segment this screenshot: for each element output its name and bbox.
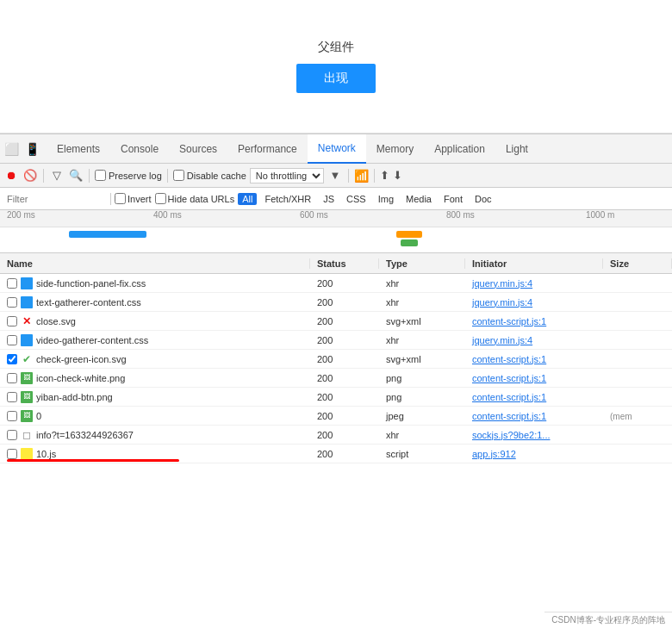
timeline-bar-1 bbox=[69, 231, 146, 238]
cell-initiator[interactable]: jquery.min.js:4 bbox=[465, 297, 603, 308]
tab-network[interactable]: Network bbox=[308, 134, 366, 164]
table-row[interactable]: ✕ close.svg 200 svg+xml content-script.j… bbox=[0, 312, 672, 331]
table-row[interactable]: 🖼 yiban-add-btn.png 200 png content-scri… bbox=[0, 388, 672, 407]
table-row[interactable]: 🖼 0 200 jpeg content-script.js:1 (mem bbox=[0, 407, 672, 426]
cell-initiator[interactable]: app.js:912 bbox=[465, 449, 603, 459]
appear-button[interactable]: 出现 bbox=[296, 64, 376, 93]
row-checkbox[interactable] bbox=[7, 316, 17, 326]
preserve-log-checkbox[interactable] bbox=[95, 170, 106, 181]
cell-initiator[interactable]: content-script.js:1 bbox=[465, 411, 603, 421]
cell-name: ◻ info?t=1633244926367 bbox=[0, 429, 310, 441]
cell-status: 200 bbox=[310, 449, 379, 459]
tick-600ms: 600 ms bbox=[300, 210, 328, 220]
col-name: Name bbox=[0, 258, 310, 269]
row-img-icon: 🖼 bbox=[21, 372, 33, 384]
filter-fetchxhr-button[interactable]: Fetch/XHR bbox=[260, 193, 315, 205]
cell-status: 200 bbox=[310, 373, 379, 383]
invert-label[interactable]: Invert bbox=[115, 193, 152, 204]
cell-name: ✔ check-green-icon.svg bbox=[0, 353, 310, 365]
row-checkbox[interactable] bbox=[7, 278, 17, 289]
record-button[interactable]: ⏺ bbox=[3, 168, 19, 183]
table-body: side-function-panel-fix.css 200 xhr jque… bbox=[0, 274, 672, 463]
cell-initiator[interactable]: sockjs.js?9be2:1... bbox=[465, 430, 603, 440]
cell-initiator[interactable]: content-script.js:1 bbox=[465, 392, 603, 402]
table-row[interactable]: ◻ info?t=1633244926367 200 xhr sockjs.js… bbox=[0, 426, 672, 445]
row-checkbox[interactable] bbox=[7, 335, 17, 345]
table-row[interactable]: text-gatherer-content.css 200 xhr jquery… bbox=[0, 293, 672, 312]
row-checkbox[interactable] bbox=[7, 392, 17, 402]
cell-initiator[interactable]: content-script.js:1 bbox=[465, 373, 603, 383]
tab-application[interactable]: Application bbox=[424, 134, 495, 164]
cell-initiator[interactable]: content-script.js:1 bbox=[465, 354, 603, 364]
filter-img-button[interactable]: Img bbox=[374, 193, 398, 205]
filter-font-button[interactable]: Font bbox=[439, 193, 467, 205]
tab-performance[interactable]: Performance bbox=[227, 134, 308, 164]
invert-checkbox[interactable] bbox=[115, 193, 126, 204]
row-check-icon: ✔ bbox=[21, 353, 33, 365]
cell-size: (mem bbox=[603, 411, 672, 421]
tab-sources[interactable]: Sources bbox=[169, 134, 227, 164]
network-toolbar: ⏺ 🚫 ▽ 🔍 Preserve log Disable cache No th… bbox=[0, 164, 672, 188]
row-name-text: side-function-panel-fix.css bbox=[36, 278, 146, 289]
filter-js-button[interactable]: JS bbox=[319, 193, 339, 205]
inspect-icon[interactable]: ⬜ bbox=[3, 141, 19, 157]
row-x-icon: ✕ bbox=[21, 315, 33, 327]
cell-name: video-gatherer-content.css bbox=[0, 334, 310, 346]
toolbar-separator-1 bbox=[43, 169, 44, 183]
hide-data-urls-checkbox[interactable] bbox=[155, 193, 166, 204]
row-checkbox[interactable] bbox=[7, 411, 17, 421]
table-row[interactable]: 10.js 200 script app.js:912 bbox=[0, 445, 672, 463]
cell-name: 🖼 icon-check-white.png bbox=[0, 372, 310, 384]
download-icon[interactable]: ⬇ bbox=[393, 169, 402, 182]
disable-cache-label[interactable]: Disable cache bbox=[173, 170, 246, 181]
cell-type: xhr bbox=[379, 335, 465, 345]
table-row[interactable]: video-gatherer-content.css 200 xhr jquer… bbox=[0, 331, 672, 350]
filter-css-button[interactable]: CSS bbox=[342, 193, 370, 205]
csdn-bar: CSDN博客-专业程序员的阵地 bbox=[544, 612, 672, 628]
device-icon[interactable]: 📱 bbox=[24, 141, 40, 157]
tab-light[interactable]: Light bbox=[495, 134, 538, 164]
table-row[interactable]: 🖼 icon-check-white.png 200 png content-s… bbox=[0, 369, 672, 388]
row-checkbox[interactable] bbox=[7, 354, 17, 364]
row-name-text: check-green-icon.svg bbox=[36, 354, 127, 364]
row-checkbox[interactable] bbox=[7, 297, 17, 308]
cell-status: 200 bbox=[310, 335, 379, 345]
row-checkbox[interactable] bbox=[7, 373, 17, 383]
row-checkbox[interactable] bbox=[7, 449, 17, 459]
preserve-log-label[interactable]: Preserve log bbox=[95, 170, 162, 181]
cell-name: ✕ close.svg bbox=[0, 315, 310, 327]
search-icon[interactable]: 🔍 bbox=[68, 168, 84, 183]
filter-media-button[interactable]: Media bbox=[401, 193, 436, 205]
filter-input[interactable] bbox=[3, 192, 107, 206]
row-name-text: info?t=1633244926367 bbox=[36, 430, 134, 440]
throttle-select[interactable]: No throttling bbox=[250, 168, 324, 183]
upload-icon[interactable]: ⬆ bbox=[380, 169, 389, 182]
disable-cache-checkbox[interactable] bbox=[173, 170, 184, 181]
tab-elements[interactable]: Elements bbox=[47, 134, 110, 164]
tab-memory[interactable]: Memory bbox=[366, 134, 424, 164]
cell-initiator[interactable]: jquery.min.js:4 bbox=[465, 278, 603, 289]
cell-initiator[interactable]: jquery.min.js:4 bbox=[465, 335, 603, 345]
row-css-icon bbox=[21, 296, 33, 308]
hide-data-urls-label[interactable]: Hide data URLs bbox=[155, 193, 235, 204]
cell-type: xhr bbox=[379, 430, 465, 440]
filter-separator-1 bbox=[110, 193, 111, 205]
cell-status: 200 bbox=[310, 430, 379, 440]
cell-type: png bbox=[379, 373, 465, 383]
tab-console[interactable]: Console bbox=[110, 134, 169, 164]
table-row[interactable]: side-function-panel-fix.css 200 xhr jque… bbox=[0, 274, 672, 293]
toolbar-separator-2 bbox=[89, 169, 90, 183]
cell-initiator[interactable]: content-script.js:1 bbox=[465, 316, 603, 326]
throttle-chevron-icon[interactable]: ▼ bbox=[327, 168, 343, 183]
clear-button[interactable]: 🚫 bbox=[22, 168, 38, 183]
table-row[interactable]: ✔ check-green-icon.svg 200 svg+xml conte… bbox=[0, 350, 672, 369]
devtools-icons: ⬜ 📱 bbox=[3, 141, 40, 157]
row-checkbox[interactable] bbox=[7, 430, 17, 440]
filter-all-button[interactable]: All bbox=[238, 193, 257, 205]
filter-doc-button[interactable]: Doc bbox=[470, 193, 496, 205]
row-name-text: close.svg bbox=[36, 316, 76, 326]
toolbar-separator-5 bbox=[374, 169, 375, 183]
row-img-icon: 🖼 bbox=[21, 391, 33, 403]
cell-type: svg+xml bbox=[379, 316, 465, 326]
filter-icon[interactable]: ▽ bbox=[49, 168, 65, 183]
